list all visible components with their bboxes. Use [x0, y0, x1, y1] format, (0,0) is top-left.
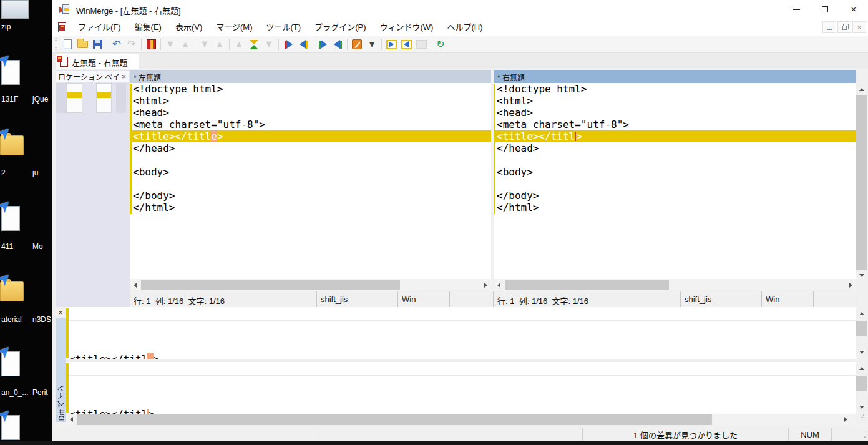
scrollbar-thumb[interactable] — [141, 280, 400, 290]
right-code-editor[interactable]: <!doctype html><html><head><meta charset… — [494, 83, 856, 279]
toolbar-separator — [431, 39, 431, 50]
undo-button[interactable]: ↶ — [109, 37, 124, 52]
refresh-button[interactable]: ↻ — [433, 37, 448, 52]
left-pane-header[interactable]: * 左無題 — [130, 70, 491, 83]
status-message: 1 個の差異が見つかりました — [583, 428, 789, 441]
scroll-up-icon[interactable] — [859, 88, 864, 91]
first-difference-icon: ▲ — [234, 39, 244, 49]
mdi-minimize-button[interactable] — [822, 21, 836, 33]
mdi-restore-button[interactable] — [837, 21, 851, 33]
diff-pane-label: Diff ペイン — [56, 385, 67, 421]
code-line: <title></title> — [69, 353, 856, 359]
view-options-button[interactable] — [144, 37, 158, 52]
location-pane-close-icon[interactable]: × — [120, 72, 127, 81]
menu-item-7[interactable]: ヘルプ(H) — [440, 19, 489, 36]
vertical-scrollbar[interactable] — [856, 84, 867, 281]
maximize-button[interactable] — [811, 0, 839, 19]
plugins-dropdown-button[interactable]: ▾ — [364, 37, 379, 52]
scrollbar-thumb[interactable] — [505, 280, 669, 290]
code-line: <body> — [130, 166, 491, 178]
menu-item-1[interactable]: 編集(E) — [128, 19, 168, 36]
diff-top-vertical-scrollbar[interactable] — [856, 309, 867, 356]
winmerge-app-icon — [59, 4, 71, 15]
scroll-up-icon[interactable] — [859, 312, 864, 315]
copy-right-and-advance-button[interactable] — [315, 37, 330, 52]
status-segment — [52, 428, 319, 441]
toolbar-grip[interactable] — [55, 38, 57, 51]
menu-item-0[interactable]: ファイル(F) — [71, 19, 128, 36]
menu-item-6[interactable]: ウィンドウ(W) — [373, 19, 440, 36]
scroll-right-icon[interactable] — [844, 417, 847, 422]
location-diff-mark[interactable] — [97, 92, 111, 98]
desktop-icon-label: 2 — [1, 169, 6, 177]
copy-all-left-icon — [401, 40, 412, 49]
desktop-icon-label: Perit — [32, 388, 48, 397]
taskbar[interactable] — [0, 441, 868, 445]
location-diff-mark[interactable] — [67, 92, 82, 98]
right-pane-header[interactable]: * 右無題 — [494, 70, 856, 83]
next-difference-icon: ▼ — [165, 39, 175, 49]
pane-status-segment: 行: 1 列: 1/16 文字: 1/16 — [494, 291, 681, 307]
location-bar-right[interactable] — [96, 83, 112, 113]
minimize-button[interactable] — [782, 0, 811, 19]
status-segment — [319, 428, 583, 441]
document-icon — [58, 22, 66, 32]
resize-grip[interactable] — [860, 411, 866, 418]
scroll-left-icon[interactable] — [70, 417, 73, 422]
previous-difference-button: ▲ — [178, 37, 193, 52]
menu-item-3[interactable]: マージ(M) — [209, 19, 259, 36]
scroll-down-icon[interactable] — [859, 351, 864, 354]
diff-pane-close-icon[interactable]: × — [56, 308, 65, 317]
right-horizontal-scrollbar[interactable] — [494, 279, 856, 291]
toolbar-separator — [381, 39, 382, 50]
scroll-left-icon[interactable] — [497, 283, 500, 288]
menu-item-2[interactable]: 表示(V) — [168, 19, 209, 36]
diff-pane-bottom-view[interactable]: <title></titl> — [66, 362, 856, 414]
scrollbar-thumb[interactable] — [856, 95, 867, 270]
status-bar: 1 個の差異が見つかりました NUM — [52, 428, 868, 441]
current-difference-button[interactable] — [246, 37, 261, 52]
refresh-icon: ↻ — [436, 39, 444, 49]
mdi-restore-icon — [842, 26, 847, 30]
scrollbar-thumb[interactable] — [77, 414, 712, 425]
pane-status-segment: shift_jis — [317, 291, 398, 307]
copy-all-left-button[interactable] — [399, 37, 414, 52]
left-code-editor[interactable]: <!doctype html><html><head><meta charset… — [130, 83, 491, 279]
location-bar-left[interactable] — [66, 83, 82, 113]
plugins-button[interactable] — [349, 37, 364, 52]
previous-conflict-button: ▲ — [212, 37, 227, 52]
copy-right-button[interactable] — [281, 37, 296, 52]
code-line: <html> — [130, 95, 491, 107]
location-pane-title: ロケーション ペイン — [58, 71, 120, 82]
desktop-icon-label: 131F — [1, 95, 18, 104]
scroll-left-icon[interactable] — [134, 283, 137, 288]
location-pane-body[interactable] — [56, 83, 130, 307]
close-button[interactable]: × — [839, 0, 868, 19]
copy-left-and-advance-button[interactable] — [330, 37, 345, 52]
window-resize-grip[interactable] — [861, 433, 867, 439]
compare-tab[interactable]: 左無題 - 右無題 — [56, 54, 139, 69]
code-line: <title></titl> — [69, 408, 856, 414]
diff-bottom-vertical-scrollbar[interactable] — [856, 364, 867, 411]
left-horizontal-scrollbar[interactable] — [130, 279, 491, 291]
pane-status-segment: 行: 1 列: 1/16 文字: 1/16 — [130, 291, 317, 307]
save-button[interactable] — [90, 37, 105, 52]
scrollbar-thumb[interactable] — [856, 321, 867, 336]
diff-pane-top-view[interactable]: <title></title> — [66, 307, 856, 359]
desktop-icon-label: jQue — [32, 95, 48, 104]
mdi-close-button[interactable]: × — [852, 21, 866, 33]
code-line: </body> — [130, 190, 491, 202]
scroll-down-icon[interactable] — [859, 406, 864, 409]
copy-left-button[interactable] — [296, 37, 311, 52]
scroll-up-icon[interactable] — [859, 367, 864, 370]
scroll-down-icon[interactable] — [859, 274, 864, 277]
scrollbar-thumb[interactable] — [856, 376, 867, 391]
scroll-right-icon[interactable] — [484, 283, 487, 288]
new-file-button[interactable] — [60, 37, 75, 52]
menu-item-5[interactable]: プラグイン(P) — [308, 19, 373, 36]
menu-item-4[interactable]: ツール(T) — [260, 19, 308, 36]
copy-all-right-button[interactable] — [384, 37, 399, 52]
open-button[interactable] — [75, 37, 90, 52]
diff-pane-horizontal-scrollbar[interactable] — [66, 414, 856, 425]
scroll-right-icon[interactable] — [849, 283, 852, 288]
